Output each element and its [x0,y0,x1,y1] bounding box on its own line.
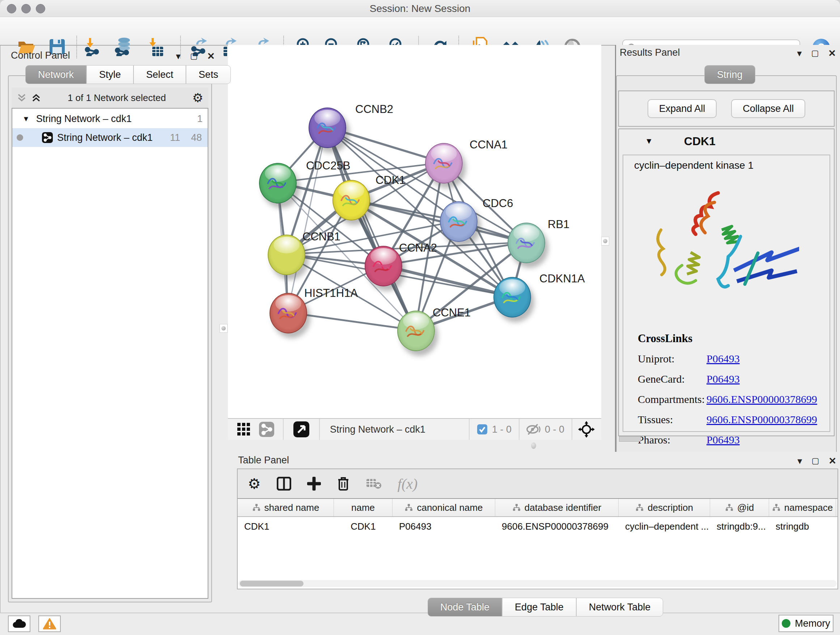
column-header-database-identifier[interactable]: database identifier [495,499,619,516]
expand-all-icon[interactable] [31,92,41,103]
column-header-id[interactable]: @id [710,499,769,516]
table-toolbar: ⚙ f(x) [238,469,837,498]
node-table[interactable]: shared namenamecanonical namedatabase id… [238,498,837,589]
table-cell[interactable]: stringdb [769,517,836,536]
collapse-all-button[interactable]: Collapse All [731,99,805,118]
node-label-ccne1: CCNE1 [433,306,471,319]
memory-button[interactable]: Memory [778,615,834,632]
column-header-label: description [647,502,693,513]
protein-ribbon-thumbnail [338,188,363,212]
network-node-rb1[interactable] [508,223,545,263]
panel-float-icon[interactable]: ▢ [190,52,197,60]
tab-node-table[interactable]: Node Table [428,598,502,616]
panel-menu-icon[interactable]: ▾ [176,51,180,61]
fit-content-crosshair-icon[interactable] [578,421,595,438]
network-view-share-icon[interactable] [259,422,274,437]
function-builder-icon[interactable]: f(x) [398,475,418,492]
horizontal-scrollbar[interactable] [238,580,837,587]
network-node-ccna2[interactable] [365,246,402,287]
node-label-cdkn1a: CDKN1A [539,272,585,285]
network-node-ccnb2[interactable] [309,108,346,148]
network-edge[interactable] [287,127,327,312]
table-cell[interactable]: cyclin–dependent ... [619,517,710,536]
network-node-ccne1[interactable] [397,310,435,351]
delete-column-trash-icon[interactable] [337,476,350,491]
column-header-shared-name[interactable]: shared name [238,499,334,516]
panel-float-icon[interactable]: ▢ [812,457,819,465]
node-label-ccna2: CCNA2 [399,241,437,255]
column-header-canonical-name[interactable]: canonical name [393,499,495,516]
clear-table-icon[interactable] [366,478,382,490]
selected-checkbox-icon[interactable] [477,424,488,435]
network-node-cdkn1a[interactable] [493,277,531,318]
column-header-description[interactable]: description [619,499,710,516]
column-header-label: @id [737,502,754,513]
crosslink-link[interactable]: 9606.ENSP00000378699 [706,413,817,426]
table-cell[interactable]: stringdb:9... [710,517,769,536]
crosslink-link[interactable]: P06493 [706,353,740,365]
tab-edge-table[interactable]: Edge Table [502,598,576,616]
window-title: Session: New Session [0,3,840,14]
disclosure-triangle-icon[interactable]: ▼ [22,115,30,123]
splitter-grip[interactable] [219,324,227,333]
warning-status-button[interactable] [38,616,61,632]
network-status-dot-icon [17,134,23,141]
table-cell[interactable]: 9606.ENSP00000378699 [495,517,619,536]
section-disclosure-icon[interactable]: ▼ [645,136,653,146]
gene-section-header[interactable]: ▼ CDK1 [619,129,834,153]
gear-icon[interactable]: ⚙ [193,92,203,104]
crosslink-link[interactable]: 9606.ENSP00000378699 [706,393,817,405]
crosslink-label: Pharos: [638,434,706,446]
network-row[interactable]: String Network – cdk1 11 48 [12,128,208,147]
network-canvas[interactable]: CCNB2CCNA1CDC25BCDK1CDC6RB1CCNB1CCNA2CDK… [228,45,601,418]
node-label-hist1h1a: HIST1H1A [304,287,358,300]
network-node-ccna1[interactable] [425,143,463,184]
panel-menu-icon[interactable]: ▾ [797,49,802,58]
crosslink-link[interactable]: P06493 [706,434,740,446]
gene-description: cyclin–dependent kinase 1 [634,160,753,171]
tab-select[interactable]: Select [134,65,186,84]
node-gloss-highlight [273,237,300,253]
tab-sets[interactable]: Sets [186,65,231,84]
network-node-cdc6[interactable] [440,201,477,242]
table-cell[interactable]: P06493 [393,517,495,536]
network-tree: ▼ String Network – cdk1 1 String Network… [11,108,208,599]
panel-float-icon[interactable]: ▢ [811,49,819,57]
network-node-cdc25b[interactable] [259,163,297,203]
column-header-name[interactable]: name [334,499,393,516]
split-columns-icon[interactable] [277,477,291,491]
network-node-ccnb1[interactable] [268,234,305,275]
expand-all-button[interactable]: Expand All [647,99,717,118]
add-column-icon[interactable] [307,477,321,491]
selected-node-edge-count: 1 - 0 [492,424,512,435]
table-cell[interactable]: CDK1 [238,517,334,536]
collapse-all-icon[interactable] [17,92,27,103]
column-header-label: namespace [784,502,833,513]
crosslink-link[interactable]: P06493 [706,373,740,385]
panel-menu-icon[interactable]: ▾ [797,456,802,466]
network-node-cdk1[interactable] [332,180,370,220]
network-node-hist1h1a[interactable] [270,293,307,333]
network-collection-row[interactable]: ▼ String Network – cdk1 1 [12,109,208,128]
birds-eye-view-icon[interactable] [293,421,309,438]
panel-close-icon[interactable]: ✕ [829,456,836,466]
network-edges [228,45,601,418]
tab-network[interactable]: Network [25,65,87,84]
grid-view-icon[interactable] [237,422,251,437]
table-row[interactable]: CDK1CDK1P064939606.ENSP00000378699cyclin… [238,517,837,536]
splitter-grip[interactable] [531,442,536,449]
table-cell[interactable]: CDK1 [334,517,393,536]
cloud-status-button[interactable] [8,616,30,632]
scrollbar-thumb[interactable] [240,581,303,586]
hidden-eye-icon[interactable] [525,423,541,436]
panel-close-icon[interactable]: ✕ [828,49,836,58]
table-settings-gear-icon[interactable]: ⚙ [248,477,261,491]
splitter-grip[interactable] [601,237,609,245]
tab-style[interactable]: Style [87,65,134,84]
tab-network-table[interactable]: Network Table [576,598,663,616]
panel-close-icon[interactable]: ✕ [207,51,215,61]
table-panel-title: Table Panel [238,455,289,466]
column-header-namespace[interactable]: namespace [769,499,836,516]
control-panel: Control Panel ▾ ▢ ✕ 1 of 1 Network selec… [4,48,215,602]
tab-string[interactable]: String [704,65,755,84]
